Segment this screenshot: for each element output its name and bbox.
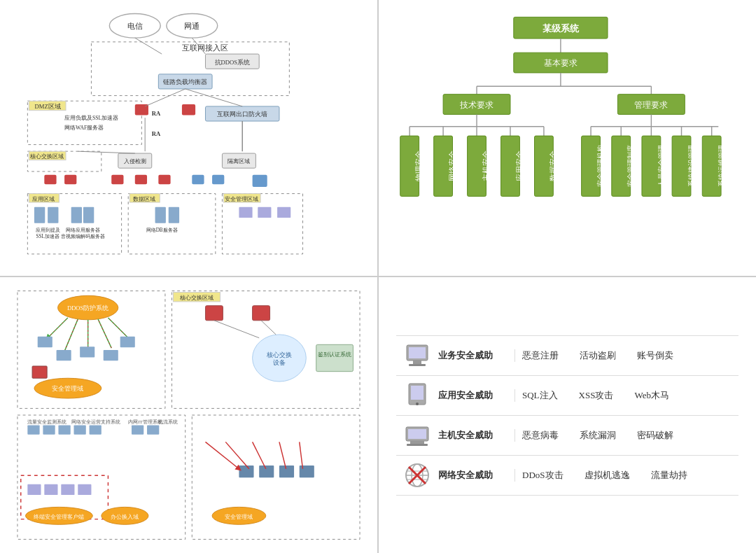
svg-line-180 [279, 442, 286, 468]
svg-rect-32 [158, 175, 170, 184]
svg-rect-176 [300, 465, 314, 477]
business-threat-name: 业务安全威助 [438, 349, 515, 362]
svg-text:互联网出口防火墙: 互联网出口防火墙 [217, 111, 267, 118]
svg-rect-44 [83, 207, 94, 223]
svg-rect-43 [71, 207, 82, 223]
svg-rect-190 [408, 429, 426, 439]
svg-rect-160 [147, 425, 159, 434]
svg-rect-50 [155, 207, 166, 223]
svg-text:核心交换区域: 核心交换区域 [179, 295, 214, 301]
app-threat-item-1: SQL注入 [522, 389, 558, 402]
svg-text:抗DDOS系统: 抗DDOS系统 [215, 59, 250, 66]
svg-rect-126 [38, 337, 52, 347]
business-threat-item-3: 账号倒卖 [637, 349, 673, 362]
svg-text:电信: 电信 [127, 22, 143, 30]
svg-text:音视频编解码服务器: 音视频编解码服务器 [61, 234, 105, 239]
threat-row-app: 应用安全威助 SQL注入 XSS攻击 Web木马 [396, 376, 738, 416]
svg-rect-174 [259, 465, 274, 477]
svg-rect-39 [34, 207, 45, 223]
svg-rect-192 [407, 444, 428, 446]
security-architecture-svg: DDOS防护系统 安全管理域 [7, 284, 370, 546]
svg-text:网通: 网通 [184, 22, 200, 30]
threat-row-host: 主机安全威助 恶意病毒 系统漏洞 密码破解 [396, 416, 738, 456]
svg-line-145 [214, 321, 259, 338]
network-threat-item-2: 虚拟机逃逸 [584, 469, 630, 482]
svg-text:DDOS防护系统: DDOS防护系统 [67, 304, 108, 312]
network-threat-name: 网络安全威助 [438, 469, 515, 482]
svg-line-178 [225, 442, 249, 468]
svg-rect-140 [253, 306, 270, 321]
svg-text:终端安全管理客户端: 终端安全管理客户端 [34, 514, 84, 520]
svg-rect-31 [135, 175, 147, 184]
host-security-icon [396, 421, 438, 449]
svg-line-146 [261, 321, 276, 335]
svg-text:应用到提及: 应用到提及 [36, 227, 60, 233]
svg-text:入侵检测: 入侵检测 [124, 158, 146, 164]
business-threat-item-2: 活动盗刷 [580, 349, 616, 362]
svg-rect-129 [104, 350, 118, 360]
business-threat-items: 恶意注册 活动盗刷 账号倒卖 [522, 349, 673, 362]
svg-rect-159 [132, 425, 144, 434]
svg-rect-162 [27, 484, 41, 495]
svg-text:人员安全管理: 人员安全管理 [657, 145, 665, 187]
svg-rect-175 [279, 465, 294, 477]
svg-text:SSL加速器: SSL加速器 [36, 234, 59, 239]
svg-rect-173 [239, 465, 253, 477]
svg-rect-185 [409, 364, 426, 366]
svg-text:物理安全: 物理安全 [414, 150, 423, 181]
svg-text:安全管理域: 安全管理域 [52, 385, 83, 392]
svg-line-65 [78, 151, 135, 153]
svg-line-181 [300, 442, 303, 468]
svg-text:数据安全: 数据安全 [549, 150, 557, 181]
svg-line-62 [186, 89, 243, 106]
svg-rect-130 [120, 337, 135, 347]
svg-rect-20 [182, 104, 195, 115]
svg-text:互联网接入区: 互联网接入区 [182, 43, 228, 52]
threat-table-container: 业务安全威助 恶意注册 活动盗刷 账号倒卖 [389, 291, 746, 539]
svg-rect-187 [411, 386, 424, 400]
svg-text:某级系统: 某级系统 [542, 23, 580, 34]
svg-text:网络WAF服务器: 网络WAF服务器 [64, 125, 104, 131]
host-threat-items: 恶意病毒 系统漏洞 密码破解 [522, 429, 673, 442]
panel-security-architecture: DDOS防护系统 安全管理域 [0, 277, 377, 553]
app-threat-item-2: XSS攻击 [579, 389, 614, 402]
svg-text:鉴别认证系统: 鉴别认证系统 [318, 351, 351, 358]
host-threat-name: 主机安全威助 [438, 429, 515, 442]
svg-rect-191 [410, 441, 424, 444]
svg-rect-128 [80, 346, 94, 357]
svg-text:技术要求: 技术要求 [459, 100, 493, 110]
svg-text:DMZ区域: DMZ区域 [35, 103, 61, 110]
tree-diagram-svg: 某级系统 基本要求 技术要求 管理要求 [386, 7, 749, 269]
svg-rect-56 [239, 207, 252, 218]
svg-line-122 [64, 319, 78, 351]
svg-text:系统建设管理: 系统建设管理 [687, 145, 695, 187]
svg-text:主机安全: 主机安全 [482, 150, 490, 181]
svg-text:RA: RA [152, 110, 161, 117]
svg-text:网络安全运营支持系统: 网络安全运营支持系统 [71, 419, 120, 424]
svg-rect-35 [253, 175, 267, 187]
svg-line-179 [253, 442, 266, 468]
svg-text:安全管理制度: 安全管理制度 [626, 145, 634, 187]
svg-rect-163 [44, 484, 57, 495]
svg-rect-30 [111, 175, 123, 184]
svg-text:核心交换区域: 核心交换区域 [29, 153, 64, 160]
svg-rect-183 [409, 347, 426, 358]
network-security-icon [396, 461, 438, 489]
svg-rect-147 [316, 344, 354, 371]
svg-text:链路负载均衡器: 链路负载均衡器 [162, 78, 207, 85]
svg-rect-29 [64, 175, 76, 184]
svg-rect-138 [205, 306, 223, 321]
svg-text:设备: 设备 [273, 359, 286, 366]
svg-rect-150 [27, 425, 39, 434]
svg-text:应用安全: 应用安全 [515, 150, 524, 181]
svg-text:系统运维管理: 系统运维管理 [718, 145, 725, 187]
svg-rect-40 [48, 207, 58, 223]
panel-threat-table: 业务安全威助 恶意注册 活动盗刷 账号倒卖 [379, 277, 756, 553]
host-threat-item-3: 密码破解 [637, 429, 673, 442]
svg-text:RA: RA [152, 130, 161, 137]
svg-line-61 [145, 89, 186, 106]
svg-text:网络安全: 网络安全 [448, 150, 456, 181]
network-threat-items: DDoS攻击 虚拟机逃逸 流量劫持 [522, 469, 687, 482]
svg-text:流量安全监测系统: 流量安全监测系统 [27, 419, 66, 424]
svg-text:办公换入域: 办公换入域 [111, 514, 139, 520]
